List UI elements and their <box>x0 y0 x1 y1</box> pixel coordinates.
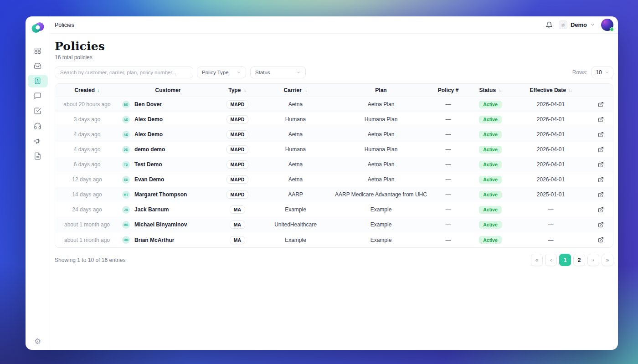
rows-select[interactable]: 10 <box>592 67 613 78</box>
carrier-cell: AARP <box>258 191 333 198</box>
open-policy-button[interactable] <box>597 221 605 229</box>
open-policy-button[interactable] <box>597 236 605 244</box>
open-policy-button[interactable] <box>597 146 605 154</box>
plan-cell: Humana Plan <box>333 146 429 153</box>
support-icon <box>34 122 41 130</box>
policy-number-cell: — <box>429 161 468 168</box>
status-badge: Active <box>479 236 502 244</box>
policy-row[interactable]: about 1 month agoBMBrian McArthurMAExamp… <box>55 232 613 247</box>
sidebar-item-policies[interactable] <box>28 75 48 87</box>
open-policy-button[interactable] <box>597 101 605 108</box>
pagination-prev-button[interactable]: ‹ <box>545 254 557 266</box>
customer-initials-badge: AD <box>122 131 130 138</box>
sidebar-item-tasks[interactable] <box>28 105 48 118</box>
open-policy-button[interactable] <box>597 176 605 184</box>
sort-icon: ↑↓ <box>498 88 502 93</box>
sidebar-item-dashboard[interactable] <box>28 45 48 57</box>
type-badge: MAPD <box>226 175 249 184</box>
pagination-next-button[interactable]: › <box>587 254 599 266</box>
column-header-type[interactable]: Type↑↓ <box>217 87 258 93</box>
plan-cell: Aetna Plan <box>333 131 429 138</box>
effective-date-cell: 2026-04-01 <box>513 176 588 183</box>
created-cell: 12 days ago <box>55 176 119 183</box>
open-policy-button[interactable] <box>597 131 605 138</box>
created-cell: 6 days ago <box>55 161 119 168</box>
search-input[interactable] <box>55 67 193 78</box>
status-badge: Active <box>479 206 502 214</box>
effective-date-cell: 2026-04-01 <box>513 116 588 123</box>
open-policy-button[interactable] <box>597 116 605 123</box>
announcements-icon <box>34 137 41 145</box>
type-badge: MAPD <box>226 100 249 108</box>
carrier-cell: Example <box>258 237 333 243</box>
customer-cell: TDTest Demo <box>119 161 217 169</box>
status-badge: Active <box>479 101 502 108</box>
status-badge: Active <box>479 176 502 184</box>
sidebar-item-announcements[interactable] <box>28 135 48 148</box>
policy-number-cell: — <box>429 146 468 153</box>
pagination-page-2[interactable]: 2 <box>573 254 585 266</box>
sort-desc-icon: ↓ <box>97 87 100 93</box>
status-select[interactable]: Status <box>250 67 306 78</box>
status-filter-label: Status <box>255 70 270 75</box>
carrier-cell: Aetna <box>258 101 333 108</box>
policy-row[interactable]: about 20 hours agoBDBen DoverMAPDAetnaAe… <box>55 97 613 112</box>
effective-date-cell: — <box>513 221 588 228</box>
policy-row[interactable]: 12 days agoEDEvan DemoMAPDAetnaAetna Pla… <box>55 172 613 187</box>
column-header-effective-date[interactable]: Effective Date↑↓ <box>513 87 588 93</box>
customer-initials-badge: TD <box>122 161 130 169</box>
type-badge: MA <box>230 236 245 244</box>
carrier-cell: Humana <box>258 146 333 153</box>
external-link-icon <box>598 162 604 168</box>
created-cell: 3 days ago <box>55 116 119 123</box>
policy-row[interactable]: 6 days agoTDTest DemoMAPDAetnaAetna Plan… <box>55 157 613 172</box>
column-header-policy-[interactable]: Policy # <box>429 87 468 93</box>
customer-cell: BDBen Dover <box>119 101 217 108</box>
sidebar-item-support[interactable] <box>28 120 48 133</box>
policies-icon <box>34 77 41 85</box>
pagination-page-1[interactable]: 1 <box>559 254 571 266</box>
external-link-icon <box>598 102 604 108</box>
app-logo-icon[interactable] <box>31 21 45 35</box>
gear-icon[interactable]: ⚙ <box>34 338 41 345</box>
policy-row[interactable]: about 1 month agoMBMichael BinyaminovMAU… <box>55 217 613 232</box>
policy-number-cell: — <box>429 176 468 183</box>
table-body: about 20 hours agoBDBen DoverMAPDAetnaAe… <box>55 97 613 247</box>
external-link-icon <box>598 132 604 138</box>
bell-icon[interactable] <box>545 21 553 29</box>
customer-name: Alex Demo <box>134 116 163 123</box>
external-link-icon <box>598 222 604 228</box>
pagination-first-button[interactable]: « <box>531 254 543 266</box>
policy-number-cell: — <box>429 191 468 198</box>
app-window: ⚙ Policies D Demo <box>26 16 618 350</box>
policy-type-select[interactable]: Policy Type <box>197 67 246 78</box>
customer-name: Michael Binyaminov <box>134 221 187 228</box>
sort-icon: ↑↓ <box>304 88 308 93</box>
plan-cell: Humana Plan <box>333 116 429 123</box>
open-policy-button[interactable] <box>597 191 605 199</box>
sidebar-item-documents[interactable] <box>28 150 48 163</box>
open-policy-button[interactable] <box>597 161 605 169</box>
open-policy-button[interactable] <box>597 206 605 214</box>
column-header-created[interactable]: Created↓ <box>55 87 119 93</box>
org-switcher[interactable]: D Demo <box>559 21 595 29</box>
policy-row[interactable]: 4 days agoADAlex DemoMAPDAetnaAetna Plan… <box>55 127 613 142</box>
column-header-status[interactable]: Status↑↓ <box>468 87 513 93</box>
sidebar-item-inbox[interactable] <box>28 60 48 72</box>
sidebar-item-messages[interactable] <box>28 90 48 103</box>
page-content: Policies 16 total policies Policy Type S… <box>50 34 618 350</box>
status-badge: Active <box>479 221 502 229</box>
user-avatar[interactable] <box>601 19 613 31</box>
carrier-cell: Humana <box>258 116 333 123</box>
pagination-last-button[interactable]: » <box>602 254 613 266</box>
policy-row[interactable]: 14 days agoMTMargaret ThompsonMAPDAARPAA… <box>55 187 613 202</box>
type-badge: MA <box>230 220 245 229</box>
rows-label: Rows: <box>572 69 587 76</box>
customer-name: Jack Barnum <box>134 206 169 213</box>
column-header-carrier[interactable]: Carrier↑↓ <box>258 87 333 93</box>
column-header-customer[interactable]: Customer <box>119 87 217 93</box>
policy-row[interactable]: 24 days agoJBJack BarnumMAExampleExample… <box>55 202 613 217</box>
column-header-plan[interactable]: Plan <box>333 87 429 93</box>
policy-row[interactable]: 4 days agoDDdemo demoMAPDHumanaHumana Pl… <box>55 142 613 157</box>
policy-row[interactable]: 3 days agoADAlex DemoMAPDHumanaHumana Pl… <box>55 112 613 127</box>
